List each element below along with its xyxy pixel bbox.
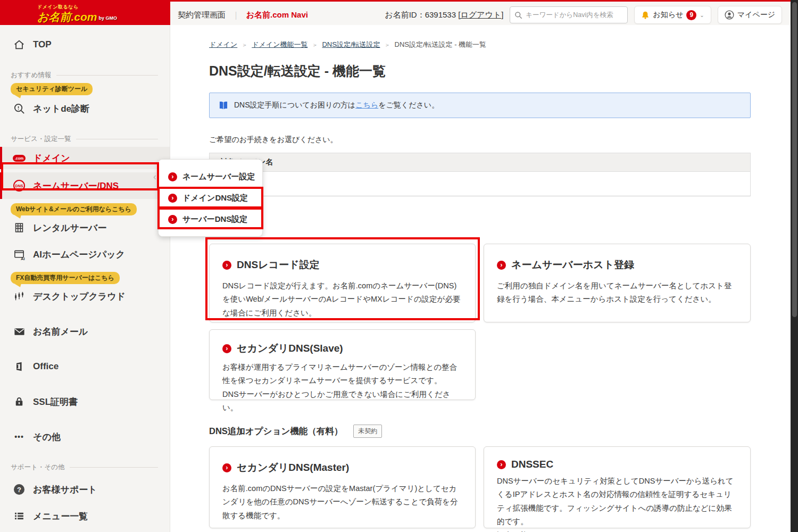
card-description: お名前.comのDNSサーバーの設定をMastar(プライマリ)としてセカンダリ… bbox=[222, 482, 462, 522]
dns-icon: DNS bbox=[13, 180, 26, 192]
dns-option-section: DNS追加オプション機能（有料） 未契約 bbox=[209, 425, 751, 438]
cards-row-3: › セカンダリDNS(Master) お名前.comのDNSサーバーの設定をMa… bbox=[209, 446, 751, 528]
notifications-label: お知らせ bbox=[653, 10, 683, 20]
chevron-right-circle-icon: › bbox=[168, 172, 177, 181]
sidebar-item-menu-list[interactable]: メニュー一覧 bbox=[0, 505, 170, 527]
flyout-item-domain-dns-settings[interactable]: › ドメインDNS設定 bbox=[159, 187, 262, 209]
scrollbar[interactable] bbox=[791, 0, 798, 532]
breadcrumb: ドメイン ＞ ドメイン機能一覧 ＞ DNS設定/転送設定 ＞ DNS設定/転送設… bbox=[209, 40, 751, 49]
mail-icon bbox=[13, 326, 26, 338]
question-icon: ? bbox=[13, 484, 26, 495]
chevron-right-circle-icon: › bbox=[168, 215, 177, 224]
chevron-right-circle-icon: › bbox=[497, 261, 506, 270]
breadcrumb-separator: ＞ bbox=[312, 41, 318, 49]
info-text-suffix: をご覧ください。 bbox=[378, 101, 439, 109]
dns-option-heading: DNS追加オプション機能（有料） bbox=[209, 426, 343, 437]
sidebar-item-net-de-shindan[interactable]: ネットde診断 bbox=[0, 97, 170, 120]
sidebar-item-domain[interactable]: .com ドメイン bbox=[0, 147, 170, 169]
card-description-line: DNSサーバーがおひとつしかご用意できない場合にご利用ください。 bbox=[222, 388, 462, 415]
card-dns-record-settings[interactable]: › DNSレコード設定 DNSレコード設定が行えます。お名前.comのネームサー… bbox=[209, 244, 476, 322]
sidebar-item-ai-homepage-pack[interactable]: AI AIホームページパック bbox=[0, 243, 170, 265]
sidebar-item-nameserver-dns[interactable]: DNS ネームサーバー/DNS bbox=[0, 172, 170, 199]
page-title: DNS設定/転送設定 - 機能一覧 bbox=[209, 62, 751, 80]
chevron-right-circle-icon: › bbox=[222, 463, 231, 472]
onamae-navi-label[interactable]: お名前.com Navi bbox=[246, 10, 308, 20]
card-nameserver-host-registration[interactable]: › ネームサーバーホスト登録 ご利用の独自ドメイン名を用いてネームサーバー名とし… bbox=[484, 244, 751, 322]
card-description-line: お客様が運用するプライマリネームサーバーのゾーン情報との整合性を保つセカンダリネ… bbox=[222, 361, 462, 388]
domain-com-icon: .com bbox=[13, 155, 26, 162]
security-tool-badge[interactable]: セキュリティ診断ツール bbox=[11, 83, 93, 95]
scrollbar-thumb[interactable] bbox=[792, 2, 797, 317]
instruction-text: ご希望のお手続きをお選びください。 bbox=[209, 135, 751, 145]
sidebar-item-label: レンタルサーバー bbox=[33, 222, 106, 234]
sidebar-item-rental-server[interactable]: レンタルサーバー bbox=[0, 217, 170, 239]
card-title: › セカンダリDNS(Master) bbox=[222, 461, 462, 475]
sidebar-item-label: Office bbox=[33, 361, 59, 372]
sidebar-section-services: サービス・設定一覧 bbox=[0, 135, 170, 144]
not-contracted-badge: 未契約 bbox=[353, 425, 382, 438]
breadcrumb-link[interactable]: ドメイン bbox=[209, 40, 237, 49]
server-icon bbox=[13, 222, 26, 234]
home-icon bbox=[13, 39, 26, 51]
list-icon bbox=[13, 511, 26, 521]
sidebar-item-label: ネームサーバー/DNS bbox=[33, 180, 119, 192]
brand-name: お名前.comby GMO bbox=[37, 11, 170, 23]
top-header: 契約管理画面 ｜ お名前.com Navi お名前ID：6391533 [ログア… bbox=[0, 0, 798, 25]
sidebar-section-support: サポート・その他 bbox=[0, 463, 170, 472]
sidebar-item-label: デスクトップクラウド bbox=[33, 290, 126, 303]
sidebar-item-desktop-cloud[interactable]: デスクトップクラウド bbox=[0, 285, 170, 307]
card-secondary-dns-master[interactable]: › セカンダリDNS(Master) お名前.comのDNSサーバーの設定をMa… bbox=[209, 446, 476, 528]
svg-text:AI: AI bbox=[20, 256, 24, 260]
brand-name-text: お名前.com bbox=[37, 11, 97, 23]
mypage-button[interactable]: マイページ bbox=[718, 6, 782, 24]
sidebar-item-label: その他 bbox=[33, 431, 61, 443]
page: 契約管理画面 ｜ お名前.com Navi お名前ID：6391533 [ログア… bbox=[0, 0, 798, 532]
sidebar-item-onamae-mail[interactable]: お名前メール bbox=[0, 320, 170, 343]
domain-icon-text: .com bbox=[13, 155, 26, 162]
card-description: DNSレコード設定が行えます。お名前.comのネームサーバー(DNS)を使いWe… bbox=[222, 279, 462, 320]
logout-link[interactable]: [ログアウト] bbox=[458, 10, 503, 19]
navi-search[interactable] bbox=[510, 6, 628, 23]
card-secondary-dns-slave[interactable]: › セカンダリDNS(Slave) お客様が運用するプライマリネームサーバーのゾ… bbox=[209, 329, 476, 400]
cards-row-1: › DNSレコード設定 DNSレコード設定が行えます。お名前.comのネームサー… bbox=[209, 244, 751, 322]
card-title-text: ネームサーバーホスト登録 bbox=[511, 258, 634, 272]
sidebar-item-label: メニュー一覧 bbox=[33, 510, 88, 522]
header-divider: ｜ bbox=[232, 10, 240, 20]
flyout-item-server-dns-settings[interactable]: › サーバーDNS設定 bbox=[159, 209, 262, 230]
card-title-text: セカンダリDNS(Slave) bbox=[237, 342, 343, 355]
sidebar-item-customer-support[interactable]: ? お客様サポート bbox=[0, 478, 170, 501]
flyout-collapse-chevron-icon: ‹ bbox=[153, 171, 156, 182]
notifications-button[interactable]: お知らせ 9 ⌄ bbox=[634, 6, 711, 24]
card-description: お客様が運用するプライマリネームサーバーのゾーン情報との整合性を保つセカンダリネ… bbox=[222, 361, 462, 415]
section-label-text: サポート・その他 bbox=[11, 463, 64, 472]
web-mail-badge[interactable]: Webサイト&メールのご利用ならこちら bbox=[11, 203, 137, 215]
sidebar-item-ssl[interactable]: SSL証明書 bbox=[0, 390, 170, 413]
sidebar-item-office[interactable]: Office bbox=[0, 355, 170, 378]
brand-logo[interactable]: ドメイン取るなら お名前.comby GMO bbox=[0, 2, 170, 27]
mypage-label: マイページ bbox=[737, 10, 775, 20]
flyout-item-nameserver-settings[interactable]: › ネームサーバー設定 bbox=[159, 166, 262, 187]
section-label-text: おすすめ情報 bbox=[11, 71, 51, 80]
flyout-item-label: ネームサーバー設定 bbox=[182, 172, 255, 182]
dns-flyout-menu: › ネームサーバー設定 › ドメインDNS設定 › サーバーDNS設定 bbox=[158, 159, 263, 237]
card-title: › ネームサーバーホスト登録 bbox=[497, 258, 737, 272]
book-icon bbox=[218, 101, 229, 110]
card-title-text: セカンダリDNS(Master) bbox=[237, 461, 349, 475]
lock-icon bbox=[13, 396, 26, 408]
cards-row-2: › セカンダリDNS(Slave) お客様が運用するプライマリネームサーバーのゾ… bbox=[209, 329, 751, 400]
ai-homepage-icon: AI bbox=[13, 248, 26, 261]
target-domain-table: 対象ドメイン名 bbox=[209, 153, 751, 196]
sidebar-item-label: お客様サポート bbox=[33, 484, 97, 496]
sidebar-item-others[interactable]: ••• その他 bbox=[0, 426, 170, 448]
info-here-link[interactable]: こちら bbox=[355, 101, 378, 109]
breadcrumb-link[interactable]: DNS設定/転送設定 bbox=[322, 40, 380, 49]
table-header-target-domain: 対象ドメイン名 bbox=[210, 153, 750, 172]
search-input[interactable] bbox=[526, 11, 623, 19]
sidebar-item-top[interactable]: TOP bbox=[0, 34, 170, 56]
breadcrumb-link[interactable]: ドメイン機能一覧 bbox=[252, 40, 307, 49]
card-dnssec[interactable]: › DNSSEC DNSサーバーのセキュリティ対策としてDNSサーバーから送られ… bbox=[484, 446, 751, 528]
chevron-down-icon: ⌄ bbox=[700, 12, 704, 18]
fx-server-badge[interactable]: FX自動売買専用サーバーはこちら bbox=[11, 272, 120, 284]
brand-tagline: ドメイン取るなら bbox=[37, 4, 170, 11]
table-row[interactable] bbox=[210, 172, 750, 196]
